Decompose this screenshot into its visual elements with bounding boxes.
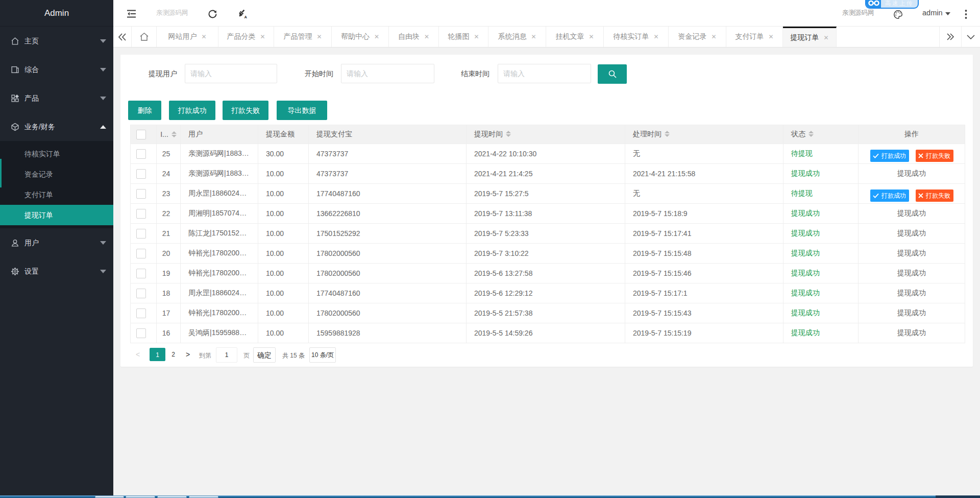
svg-text:A: A xyxy=(244,15,248,19)
